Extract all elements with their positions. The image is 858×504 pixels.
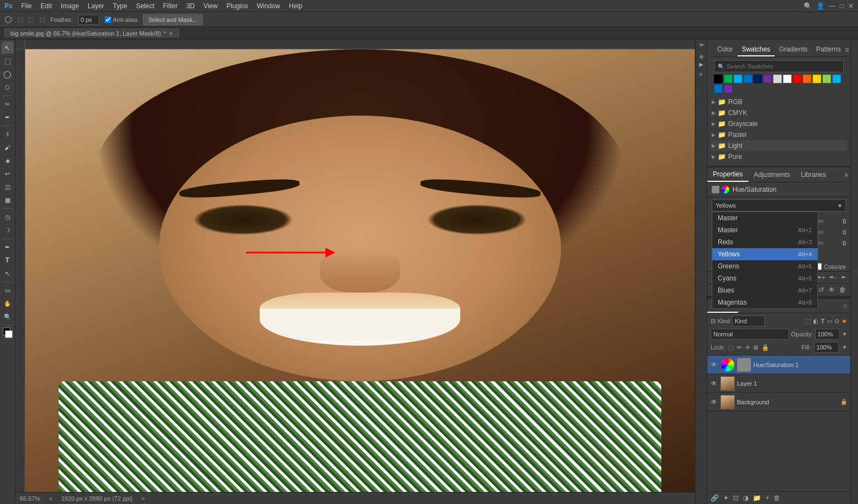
eyedropper-subtract-icon[interactable]: ✒- — [830, 274, 837, 281]
link-layers-icon[interactable]: 🔗 — [711, 494, 719, 502]
opacity-input[interactable]: 100% — [815, 329, 840, 340]
tab-properties[interactable]: Properties — [707, 168, 748, 182]
lock-position-icon[interactable]: ✛ — [745, 344, 750, 351]
shape-tool[interactable]: ▭ — [2, 284, 14, 296]
group-cmyk[interactable]: ▶ 📁 CMYK — [711, 107, 847, 118]
move-tool[interactable]: ↖ — [2, 42, 14, 54]
group-grayscale[interactable]: ▶ 📁 Grayscale — [711, 118, 847, 129]
tab-swatches[interactable]: Swatches — [737, 43, 775, 56]
tab-adjustments[interactable]: Adjustments — [748, 168, 796, 181]
add-mask-icon[interactable]: ⊡ — [733, 494, 739, 502]
menu-select[interactable]: Select — [136, 2, 154, 10]
channel-dropdown[interactable]: Master Reds Yellows Greens Cyans Blues M… — [712, 199, 846, 211]
brush-tool[interactable]: 🖌 — [2, 141, 14, 153]
dropdown-item-cyans[interactable]: Cyans Alt+6 — [712, 272, 817, 284]
dropdown-item-magentas[interactable]: Magentas Alt+8 — [712, 296, 817, 308]
tab-color[interactable]: Color — [713, 43, 737, 56]
healing-brush-tool[interactable]: ⚕ — [2, 128, 14, 140]
blur-tool[interactable]: ◷ — [2, 211, 14, 223]
swatch-orange[interactable] — [803, 75, 811, 83]
panel-icon-3[interactable]: ≡ — [700, 71, 703, 77]
dropdown-item-master1[interactable]: Master — [712, 212, 817, 224]
menu-type[interactable]: Type — [113, 2, 127, 10]
new-layer-icon[interactable]: + — [765, 494, 769, 502]
swatch-cyan[interactable] — [734, 75, 742, 83]
select-and-mask-button[interactable]: Select and Mask... — [143, 14, 203, 25]
dropdown-item-blues[interactable]: Blues Alt+7 — [712, 284, 817, 296]
path-selection-tool[interactable]: ↖ — [2, 267, 14, 279]
text-filter-icon[interactable]: T — [821, 318, 825, 325]
menu-window[interactable]: Window — [257, 2, 281, 10]
properties-panel-menu[interactable]: ≡ — [845, 171, 848, 178]
delete-layer-icon[interactable]: 🗑 — [774, 494, 780, 502]
group-rgb[interactable]: ▶ 📁 RGB — [711, 96, 847, 107]
nav-right[interactable]: > — [141, 495, 145, 502]
blend-mode-select[interactable]: Normal Multiply Screen Overlay — [711, 329, 789, 340]
search-swatches-input[interactable] — [727, 63, 840, 70]
quick-selection-tool[interactable]: ⬡ — [2, 81, 14, 93]
layer-item-huesaturation[interactable]: 👁 Hue/Saturation 1 — [707, 356, 850, 374]
tab-libraries[interactable]: Libraries — [796, 168, 832, 181]
menu-plugins[interactable]: Plugins — [226, 2, 248, 10]
menu-image[interactable]: Image — [61, 2, 79, 10]
lasso-tool[interactable]: ◯ — [2, 68, 14, 80]
layer-item-background[interactable]: 👁 Background 🔒 — [707, 393, 850, 411]
feather-input[interactable] — [78, 15, 99, 25]
swatch-darkblue[interactable] — [753, 75, 762, 83]
swatch-yellow[interactable] — [813, 75, 821, 83]
eyedropper-icon[interactable]: ✒ — [841, 274, 846, 281]
add-layer-style-icon[interactable]: ✦ — [723, 494, 729, 502]
rectangular-marquee-tool[interactable]: ⬚ — [2, 55, 14, 67]
dodge-tool[interactable]: ☽ — [2, 224, 14, 236]
lock-all-icon[interactable]: 🔒 — [762, 344, 769, 351]
delete-icon[interactable]: 🗑 — [839, 286, 846, 294]
new-adjustment-layer-icon[interactable]: ◑ — [743, 494, 748, 502]
swatch-medblue[interactable] — [714, 84, 723, 93]
menu-filter[interactable]: Filter — [163, 2, 178, 10]
zoom-tool[interactable]: 🔍 — [2, 311, 14, 323]
lock-transparent-icon[interactable]: ⬚ — [728, 344, 734, 351]
menu-layer[interactable]: Layer — [88, 2, 104, 10]
user-icon[interactable]: 👤 — [816, 2, 825, 10]
layer-visibility-layer1[interactable]: 👁 — [711, 380, 718, 387]
group-light[interactable]: ▶ 📁 Light — [711, 140, 847, 151]
panel-toggle-button[interactable]: ≫ — [699, 42, 704, 48]
shape-filter-icon[interactable]: ▭ — [827, 318, 832, 325]
menu-help[interactable]: Help — [289, 2, 302, 10]
crop-tool[interactable]: ✂ — [2, 98, 14, 110]
menu-view[interactable]: View — [204, 2, 218, 10]
layer-visibility-huesaturation[interactable]: 👁 — [711, 361, 718, 369]
adjustment-filter-icon[interactable]: ◐ — [813, 318, 819, 325]
reset-icon[interactable]: ↺ — [819, 286, 824, 294]
swatch-blue[interactable] — [743, 75, 752, 83]
dropdown-item-reds[interactable]: Reds Alt+3 — [712, 236, 817, 248]
swatch-red[interactable] — [793, 75, 802, 83]
layer-item-layer1[interactable]: 👁 Layer 1 — [707, 374, 850, 393]
window-minimize[interactable]: — — [829, 2, 836, 10]
dropdown-item-master2[interactable]: Master Alt+2 — [712, 224, 817, 236]
window-maximize[interactable]: □ — [840, 2, 844, 10]
layer-visibility-background[interactable]: 👁 — [711, 398, 718, 406]
nav-left[interactable]: < — [49, 495, 52, 502]
group-pastel[interactable]: ▶ 📁 Pastel — [711, 129, 847, 140]
dropdown-item-greens[interactable]: Greens Alt+5 — [712, 260, 817, 272]
swatch-lime[interactable] — [822, 75, 831, 83]
lock-artboard-icon[interactable]: ⊞ — [753, 344, 758, 351]
hand-tool[interactable]: ✋ — [2, 297, 14, 310]
panel-menu-icon[interactable]: ≡ — [845, 46, 849, 54]
swatch-purple[interactable] — [763, 75, 772, 83]
anti-alias-checkbox[interactable] — [105, 16, 111, 23]
window-close[interactable]: ✕ — [848, 2, 854, 10]
kind-select[interactable]: Kind — [732, 316, 765, 327]
swatch-black[interactable] — [714, 75, 723, 83]
panel-move-icon[interactable]: ⊕ — [699, 54, 703, 60]
fill-input[interactable]: 100% — [814, 342, 839, 353]
clone-stamp-tool[interactable]: ◈ — [2, 154, 14, 167]
tab-gradients[interactable]: Gradients — [775, 43, 812, 56]
lock-pixels-icon[interactable]: ✏ — [737, 344, 742, 351]
layers-panel-menu[interactable]: ≡ — [844, 302, 850, 309]
swatch-green[interactable] — [724, 75, 733, 83]
group-pure[interactable]: ▶ 📁 Pure — [711, 151, 847, 162]
history-brush-tool[interactable]: ↩ — [2, 168, 14, 180]
new-group-icon[interactable]: 📁 — [753, 494, 761, 502]
